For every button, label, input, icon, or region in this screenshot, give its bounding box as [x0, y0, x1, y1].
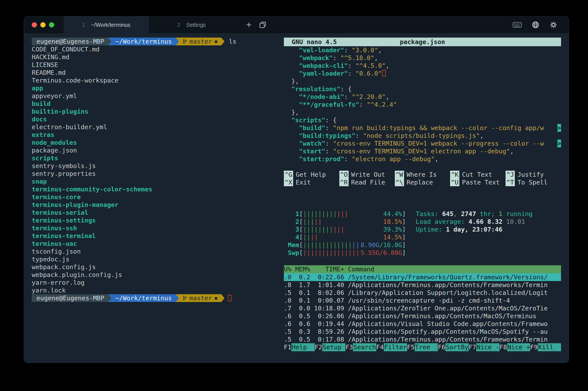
shortcut-key: ^U	[450, 179, 459, 186]
tab-label: Settings	[186, 22, 206, 28]
nano-line: "resolutions": {	[284, 85, 561, 93]
shortcut-key: ^O	[339, 171, 349, 179]
prompt-line: eugene@Eugenes-MBP ~/Work/terminus maste…	[32, 294, 276, 302]
shortcut-key: ^G	[284, 171, 293, 179]
nano-shortcut[interactable]: ^OWrite Out	[339, 171, 395, 179]
globe-icon[interactable]	[532, 21, 539, 29]
meter-cpu4: 4[||||14.5%]	[288, 233, 406, 241]
dir-entry: terminus-serial	[32, 209, 276, 216]
process-row[interactable]: .6 0.5 0:26.06 /Applications/Terminus.ap…	[284, 312, 561, 320]
nano-line: "*/node-abi": "^2.20.0",	[284, 93, 561, 101]
shortcut-label: Justify	[517, 171, 544, 179]
nano-shortcut[interactable]: ^XExit	[284, 179, 339, 186]
nano-shortcut[interactable]: ^GGet Help	[284, 171, 339, 179]
dir-entry: extras	[32, 131, 276, 139]
file-entry: webpack.config.js	[32, 263, 276, 271]
htop-fkeys: F1HelpF2SetupF3SearchF4FilterF5TreeF6Sor…	[284, 343, 561, 351]
meter-cpu3: 3[|||||||||||39.3%]	[288, 225, 406, 233]
dir-entry: terminus-uac	[32, 240, 276, 248]
terminal-pane-left[interactable]: eugene@Eugenes-MBP ~/Work/terminus maste…	[32, 38, 276, 363]
fkey-f7[interactable]: F7Nice -	[469, 343, 500, 351]
file-entry: yarn-error.log	[32, 279, 276, 287]
terminal-cursor	[228, 295, 231, 301]
prompt-path-segment: ~/Work/terminus	[111, 38, 176, 45]
settings-gear-icon[interactable]	[549, 21, 558, 29]
minimize-button[interactable]	[40, 22, 46, 27]
nano-titlebar: GNU nano 4.5 package.json	[284, 38, 561, 46]
process-row[interactable]: .0 0.2 0:22.66 /System/Library/Framework…	[284, 273, 561, 281]
process-row[interactable]: .7 0.0 10:18.09 /Applications/ZeroTier O…	[284, 304, 561, 312]
nano-line: "webpack": "^5.18.0",	[284, 54, 561, 62]
close-button[interactable]	[32, 22, 37, 27]
new-tab-button[interactable]: +	[243, 19, 255, 31]
fkey-f9[interactable]: F9Kill	[530, 343, 561, 351]
terminal-pane-htop[interactable]: 1[||||||||||||44.4%]2[|||||18.5%]3[|||||…	[284, 210, 561, 351]
nano-shortcut[interactable]: ^RRead File	[339, 179, 395, 186]
tab-settings[interactable]: 2 Settings	[149, 16, 234, 33]
nano-shortcut[interactable]: ^WWhere Is	[395, 171, 450, 179]
file-entry: webpack.plugin.config.js	[32, 271, 276, 279]
nano-shortcut[interactable]: ^KCut Text	[450, 171, 506, 179]
fkey-f6[interactable]: F6SortBy	[438, 343, 469, 351]
nano-line: "start:prod": "electron app --debug",	[284, 155, 561, 163]
powerline-arrow	[108, 38, 111, 45]
file-entry: tsconfig.json	[32, 248, 276, 255]
fkey-f5[interactable]: F5Tree	[407, 343, 438, 351]
tab-label: ~/Work/terminus	[91, 22, 130, 28]
fkey-f4[interactable]: F4Filter	[376, 343, 407, 351]
dir-entry: terminus-plugin-manager	[32, 201, 276, 209]
prompt-path-segment: ~/Work/terminus	[111, 294, 176, 302]
typed-command: ls	[229, 38, 236, 45]
dir-entry: node_modules	[32, 139, 276, 146]
dir-entry: app	[32, 84, 276, 92]
file-entry: HACKING.md	[32, 53, 276, 61]
process-row[interactable]: .5 0.5 0:17.08 /Applications/Terminus.ap…	[284, 335, 561, 343]
nano-shortcut[interactable]: ^TTo Spell	[506, 179, 561, 186]
tab-work-terminus[interactable]: 1 ~/Work/terminus	[64, 16, 149, 33]
terminal-area: eugene@Eugenes-MBP ~/Work/terminus maste…	[24, 33, 569, 363]
powerline-arrow	[176, 38, 179, 45]
process-row[interactable]: .6 0.6 0:19.44 /Applications/Visual Stud…	[284, 320, 561, 328]
nano-shortcut[interactable]: ^\Replace	[395, 179, 450, 186]
fkey-f2[interactable]: F2Setup	[315, 343, 346, 351]
process-table: U% MEM% TIME+ Command .0 0.2 0:22.66 /Sy…	[284, 265, 561, 343]
nano-line: "build": "npm run build:typings && webpa…	[284, 124, 561, 132]
powerline-arrow	[176, 294, 179, 302]
terminal-pane-nano[interactable]: GNU nano 4.5 package.json "val-loader": …	[284, 38, 561, 186]
split-pane-icon[interactable]	[257, 19, 269, 31]
fkey-f8[interactable]: F8Nice +	[500, 343, 530, 351]
dir-entry: terminus-community-color-schemes	[32, 185, 276, 193]
nano-line: "**/graceful-fs": "^4.2.4"	[284, 101, 561, 108]
zoom-button[interactable]	[49, 22, 54, 27]
terminal-panes-right: GNU nano 4.5 package.json "val-loader": …	[284, 38, 561, 363]
prompt-user-segment: eugene@Eugenes-MBP	[32, 38, 108, 45]
terminus-window: 1 ~/Work/terminus 2 Settings +	[24, 16, 569, 363]
process-row[interactable]: .0 0.1 0:00.07 /usr/sbin/screencapture -…	[284, 296, 561, 304]
powerline-arrow	[108, 294, 111, 302]
meter-cpu1: 1[||||||||||||44.4%]	[288, 210, 406, 218]
tab-bar: 1 ~/Work/terminus 2 Settings	[64, 16, 234, 33]
dir-entry: terminus-core	[32, 193, 276, 201]
prompt-git-segment: master ●	[179, 294, 221, 302]
nano-line: "start": "cross-env TERMINUS_DEV=1 elect…	[284, 147, 561, 155]
shortcut-label: Where Is	[407, 171, 437, 179]
shortcut-label: Cut Text	[462, 171, 492, 179]
process-header[interactable]: U% MEM% TIME+ Command	[284, 265, 561, 273]
shortcut-key: ^W	[395, 171, 404, 179]
meter-cpu2: 2[|||||18.5%]	[288, 218, 406, 225]
nano-line: },	[284, 108, 561, 116]
fkey-f3[interactable]: F3Search	[345, 343, 376, 351]
nano-shortcut[interactable]: ^JJustify	[506, 171, 561, 179]
keyboard-icon[interactable]	[513, 22, 522, 28]
git-branch-name: master	[189, 294, 212, 302]
htop-info-line: Uptime: 1 day, 23:07:46	[416, 225, 532, 233]
process-row[interactable]: .8 1.7 1:01.40 /Applications/Terminus.ap…	[284, 281, 561, 289]
dir-entry: builtin-plugins	[32, 107, 276, 115]
process-row[interactable]: .5 0.3 8:59.26 /Applications/Spotify.app…	[284, 328, 561, 335]
process-row[interactable]: .5 0.1 8:02.06 /Library/Application Supp…	[284, 289, 561, 296]
dir-entry: terminus-ssh	[32, 224, 276, 232]
nano-shortcut[interactable]: ^UPaste Text	[450, 179, 506, 186]
nano-line: "watch": "cross-env TERMINUS_DEV=1 webpa…	[284, 140, 561, 147]
tab-number: 2	[177, 22, 180, 28]
fkey-f1[interactable]: F1Help	[284, 343, 315, 351]
